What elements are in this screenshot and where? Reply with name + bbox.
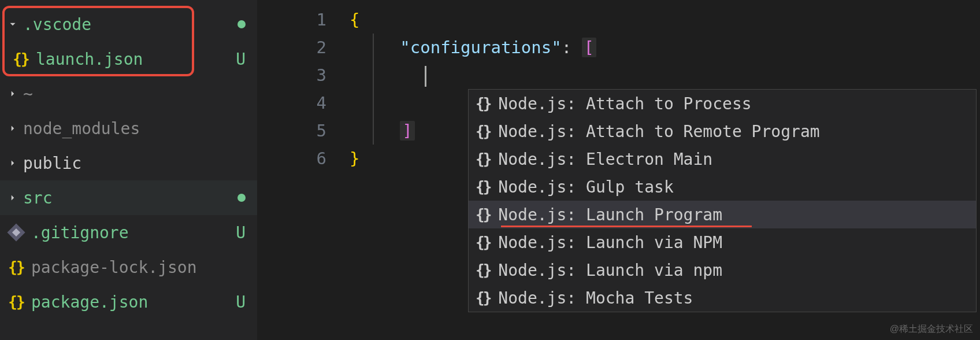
- snippet-icon: {}: [476, 150, 490, 168]
- suggestion-label: Node.js: Attach to Remote Program: [498, 122, 819, 141]
- json-icon: {}: [10, 50, 31, 68]
- file-explorer: .vscode{}launch.jsonU~node_modulespublic…: [0, 0, 257, 340]
- item-label: public: [23, 154, 246, 173]
- line-number: 2: [257, 34, 326, 61]
- snippet-icon: {}: [476, 123, 490, 140]
- close-brace: }: [350, 149, 359, 168]
- chevron-icon: [6, 158, 20, 168]
- colon: :: [562, 38, 571, 57]
- open-brace: {: [350, 10, 359, 29]
- git-modified-dot: [237, 20, 246, 28]
- line-number: 3: [257, 61, 326, 89]
- line-number: 4: [257, 89, 326, 117]
- item-label: .gitignore: [31, 223, 236, 242]
- git-untracked-badge: U: [236, 223, 246, 242]
- git-untracked-badge: U: [236, 293, 246, 312]
- close-bracket: ]: [402, 121, 412, 141]
- suggestion-item[interactable]: {}Node.js: Attach to Process: [469, 90, 976, 117]
- suggestion-label: Node.js: Launch Program: [498, 205, 722, 224]
- suggestion-label: Node.js: Launch via NPM: [498, 233, 722, 252]
- suggestion-item[interactable]: {}Node.js: Launch Program: [469, 201, 976, 228]
- snippet-icon: {}: [476, 95, 490, 112]
- tree-item-package-lock-json[interactable]: {}package-lock.json: [0, 250, 257, 284]
- tree-item-src[interactable]: src: [0, 180, 257, 215]
- intellisense-popup: {}Node.js: Attach to Process{}Node.js: A…: [468, 89, 977, 312]
- suggestion-item[interactable]: {}Node.js: Launch via npm: [469, 256, 976, 284]
- json-icon: {}: [6, 293, 27, 311]
- tree-item--gitignore[interactable]: .gitignoreU: [0, 215, 257, 250]
- item-label: ~: [23, 84, 246, 104]
- chevron-icon: [6, 123, 20, 134]
- tree-item-public[interactable]: public: [0, 146, 257, 180]
- underline-annotation: [501, 226, 752, 227]
- tree-item-node-modules[interactable]: node_modules: [0, 111, 257, 146]
- suggestion-item[interactable]: {}Node.js: Launch via NPM: [469, 228, 976, 256]
- suggestion-item[interactable]: {}Node.js: Electron Main: [469, 145, 976, 173]
- cursor: [425, 66, 426, 87]
- snippet-icon: {}: [476, 289, 490, 306]
- chevron-icon: [6, 193, 20, 203]
- tree-item--[interactable]: ~: [0, 76, 257, 111]
- tree-item--vscode[interactable]: .vscode: [0, 7, 257, 42]
- chevron-icon: [6, 88, 20, 99]
- suggestion-item[interactable]: {}Node.js: Mocha Tests: [469, 284, 976, 312]
- json-key: "configurations": [400, 38, 561, 57]
- suggestion-label: Node.js: Gulp task: [498, 178, 673, 197]
- snippet-icon: {}: [476, 206, 490, 223]
- item-label: package-lock.json: [31, 258, 246, 277]
- git-untracked-badge: U: [236, 50, 246, 69]
- snippet-icon: {}: [476, 261, 490, 279]
- indent-guide: [373, 34, 374, 145]
- open-bracket: [: [584, 38, 594, 57]
- suggestion-label: Node.js: Attach to Process: [498, 94, 751, 113]
- item-label: node_modules: [23, 119, 246, 138]
- suggestion-label: Node.js: Launch via npm: [498, 261, 722, 280]
- chevron-icon: [6, 19, 20, 29]
- suggestion-item[interactable]: {}Node.js: Attach to Remote Program: [469, 117, 976, 145]
- tree-item-launch-json[interactable]: {}launch.jsonU: [0, 42, 257, 76]
- suggestion-label: Node.js: Electron Main: [498, 150, 712, 169]
- snippet-icon: {}: [476, 178, 490, 195]
- item-label: .vscode: [23, 15, 237, 34]
- json-icon: {}: [6, 258, 27, 276]
- git-modified-dot: [237, 194, 246, 202]
- line-number: 6: [257, 145, 326, 172]
- item-label: launch.json: [36, 50, 236, 69]
- gitignore-icon: [6, 226, 27, 239]
- suggestion-label: Node.js: Mocha Tests: [498, 289, 693, 308]
- line-gutter: 123456: [257, 0, 350, 340]
- suggestion-item[interactable]: {}Node.js: Gulp task: [469, 173, 976, 201]
- line-number: 5: [257, 117, 326, 145]
- snippet-icon: {}: [476, 234, 490, 251]
- tree-item-package-json[interactable]: {}package.jsonU: [0, 284, 257, 319]
- item-label: package.json: [31, 293, 236, 312]
- item-label: src: [23, 189, 237, 208]
- watermark: @稀土掘金技术社区: [890, 323, 973, 335]
- line-number: 1: [257, 6, 326, 34]
